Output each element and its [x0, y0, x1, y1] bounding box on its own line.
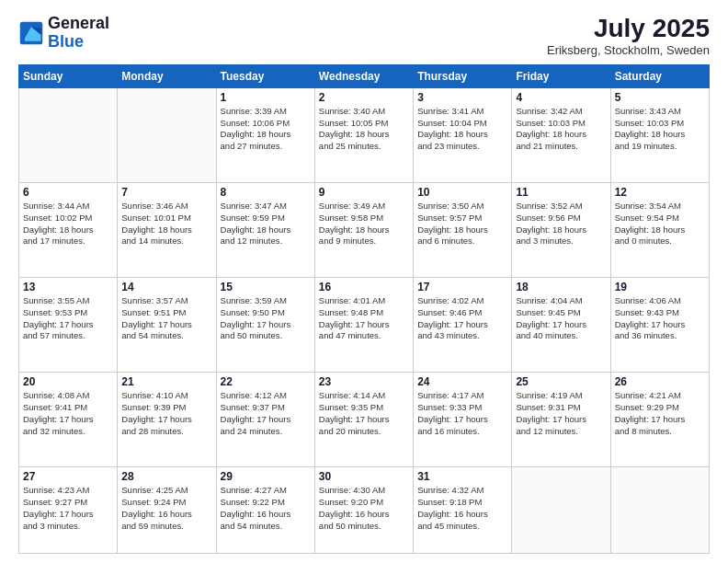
day-number: 25 — [516, 375, 606, 388]
cell-daylight-info: Sunrise: 4:08 AMSunset: 9:41 PMDaylight:… — [23, 390, 113, 437]
calendar-header-cell: Sunday — [19, 64, 118, 87]
calendar-cell: 26Sunrise: 4:21 AMSunset: 9:29 PMDayligh… — [610, 373, 709, 467]
calendar-cell — [118, 87, 216, 182]
day-number: 4 — [516, 91, 606, 104]
cell-daylight-info: Sunrise: 4:32 AMSunset: 9:18 PMDaylight:… — [417, 485, 507, 532]
day-number: 1 — [221, 91, 311, 104]
day-number: 24 — [417, 375, 507, 388]
day-number: 26 — [615, 375, 705, 388]
day-number: 2 — [319, 91, 409, 104]
day-number: 14 — [121, 281, 211, 293]
calendar-week-row: 20Sunrise: 4:08 AMSunset: 9:41 PMDayligh… — [19, 373, 710, 467]
calendar-cell — [19, 87, 118, 182]
day-number: 28 — [121, 470, 211, 483]
day-number: 6 — [23, 186, 113, 199]
header: General Blue July 2025 Eriksberg, Stockh… — [18, 15, 710, 57]
calendar-cell — [610, 467, 709, 554]
cell-daylight-info: Sunrise: 3:39 AMSunset: 10:06 PMDaylight… — [221, 106, 311, 153]
cell-daylight-info: Sunrise: 4:17 AMSunset: 9:33 PMDaylight:… — [417, 390, 507, 437]
calendar-week-row: 13Sunrise: 3:55 AMSunset: 9:53 PMDayligh… — [19, 278, 710, 373]
calendar-cell: 15Sunrise: 3:59 AMSunset: 9:50 PMDayligh… — [216, 278, 314, 373]
calendar-cell: 24Sunrise: 4:17 AMSunset: 9:33 PMDayligh… — [414, 373, 512, 467]
cell-daylight-info: Sunrise: 4:01 AMSunset: 9:48 PMDaylight:… — [319, 295, 409, 342]
calendar-week-row: 6Sunrise: 3:44 AMSunset: 10:02 PMDayligh… — [19, 182, 710, 277]
day-number: 23 — [319, 375, 409, 388]
cell-daylight-info: Sunrise: 3:44 AMSunset: 10:02 PMDaylight… — [23, 201, 113, 247]
cell-daylight-info: Sunrise: 3:43 AMSunset: 10:03 PMDaylight… — [615, 106, 705, 153]
calendar-cell: 23Sunrise: 4:14 AMSunset: 9:35 PMDayligh… — [314, 373, 413, 467]
day-number: 21 — [121, 375, 211, 388]
day-number: 15 — [221, 281, 311, 293]
day-number: 7 — [121, 186, 211, 199]
calendar-cell: 30Sunrise: 4:30 AMSunset: 9:20 PMDayligh… — [314, 467, 413, 554]
cell-daylight-info: Sunrise: 4:21 AMSunset: 9:29 PMDaylight:… — [615, 390, 705, 437]
cell-daylight-info: Sunrise: 4:19 AMSunset: 9:31 PMDaylight:… — [516, 390, 606, 437]
day-number: 30 — [319, 470, 409, 483]
logo: General Blue — [18, 15, 109, 52]
calendar-cell: 20Sunrise: 4:08 AMSunset: 9:41 PMDayligh… — [19, 373, 118, 467]
calendar-header-cell: Friday — [512, 64, 610, 87]
cell-daylight-info: Sunrise: 3:50 AMSunset: 9:57 PMDaylight:… — [417, 201, 507, 247]
cell-daylight-info: Sunrise: 4:25 AMSunset: 9:24 PMDaylight:… — [121, 485, 211, 532]
day-number: 5 — [615, 91, 705, 104]
calendar-cell: 7Sunrise: 3:46 AMSunset: 10:01 PMDayligh… — [118, 182, 216, 277]
day-number: 11 — [516, 186, 606, 199]
cell-daylight-info: Sunrise: 3:41 AMSunset: 10:04 PMDaylight… — [417, 106, 507, 153]
calendar-cell: 22Sunrise: 4:12 AMSunset: 9:37 PMDayligh… — [216, 373, 314, 467]
calendar-cell: 5Sunrise: 3:43 AMSunset: 10:03 PMDayligh… — [610, 87, 709, 182]
calendar-cell: 16Sunrise: 4:01 AMSunset: 9:48 PMDayligh… — [314, 278, 413, 373]
calendar-cell: 4Sunrise: 3:42 AMSunset: 10:03 PMDayligh… — [512, 87, 610, 182]
calendar-cell: 11Sunrise: 3:52 AMSunset: 9:56 PMDayligh… — [512, 182, 610, 277]
calendar-cell: 31Sunrise: 4:32 AMSunset: 9:18 PMDayligh… — [414, 467, 512, 554]
calendar-cell: 8Sunrise: 3:47 AMSunset: 9:59 PMDaylight… — [216, 182, 314, 277]
day-number: 20 — [23, 375, 113, 388]
cell-daylight-info: Sunrise: 4:12 AMSunset: 9:37 PMDaylight:… — [221, 390, 311, 437]
day-number: 22 — [221, 375, 311, 388]
day-number: 31 — [417, 470, 507, 483]
calendar-cell: 6Sunrise: 3:44 AMSunset: 10:02 PMDayligh… — [19, 182, 118, 277]
calendar-header-cell: Thursday — [414, 64, 512, 87]
cell-daylight-info: Sunrise: 3:52 AMSunset: 9:56 PMDaylight:… — [516, 201, 606, 247]
calendar-cell: 19Sunrise: 4:06 AMSunset: 9:43 PMDayligh… — [610, 278, 709, 373]
day-number: 9 — [319, 186, 409, 199]
cell-daylight-info: Sunrise: 4:04 AMSunset: 9:45 PMDaylight:… — [516, 295, 606, 342]
calendar-cell: 12Sunrise: 3:54 AMSunset: 9:54 PMDayligh… — [610, 182, 709, 277]
calendar-cell: 13Sunrise: 3:55 AMSunset: 9:53 PMDayligh… — [19, 278, 118, 373]
cell-daylight-info: Sunrise: 4:23 AMSunset: 9:27 PMDaylight:… — [23, 485, 113, 532]
cell-daylight-info: Sunrise: 3:57 AMSunset: 9:51 PMDaylight:… — [121, 295, 211, 342]
calendar-cell: 14Sunrise: 3:57 AMSunset: 9:51 PMDayligh… — [118, 278, 216, 373]
calendar-cell: 25Sunrise: 4:19 AMSunset: 9:31 PMDayligh… — [512, 373, 610, 467]
calendar-cell: 21Sunrise: 4:10 AMSunset: 9:39 PMDayligh… — [118, 373, 216, 467]
day-number: 13 — [23, 281, 113, 293]
calendar-header-row: SundayMondayTuesdayWednesdayThursdayFrid… — [19, 64, 710, 87]
calendar-week-row: 1Sunrise: 3:39 AMSunset: 10:06 PMDayligh… — [19, 87, 710, 182]
cell-daylight-info: Sunrise: 4:27 AMSunset: 9:22 PMDaylight:… — [221, 485, 311, 532]
cell-daylight-info: Sunrise: 4:10 AMSunset: 9:39 PMDaylight:… — [121, 390, 211, 437]
calendar-cell: 28Sunrise: 4:25 AMSunset: 9:24 PMDayligh… — [118, 467, 216, 554]
page: General Blue July 2025 Eriksberg, Stockh… — [0, 0, 728, 563]
day-number: 8 — [221, 186, 311, 199]
day-number: 3 — [417, 91, 507, 104]
cell-daylight-info: Sunrise: 3:46 AMSunset: 10:01 PMDaylight… — [121, 201, 211, 247]
day-number: 19 — [615, 281, 705, 293]
calendar-cell: 2Sunrise: 3:40 AMSunset: 10:05 PMDayligh… — [314, 87, 413, 182]
cell-daylight-info: Sunrise: 3:55 AMSunset: 9:53 PMDaylight:… — [23, 295, 113, 342]
calendar-cell: 18Sunrise: 4:04 AMSunset: 9:45 PMDayligh… — [512, 278, 610, 373]
day-number: 27 — [23, 470, 113, 483]
month-year: July 2025 — [547, 15, 710, 43]
day-number: 12 — [615, 186, 705, 199]
calendar-cell: 9Sunrise: 3:49 AMSunset: 9:58 PMDaylight… — [314, 182, 413, 277]
location: Eriksberg, Stockholm, Sweden — [547, 43, 710, 57]
calendar-week-row: 27Sunrise: 4:23 AMSunset: 9:27 PMDayligh… — [19, 467, 710, 554]
day-number: 17 — [417, 281, 507, 293]
day-number: 29 — [221, 470, 311, 483]
calendar-cell: 27Sunrise: 4:23 AMSunset: 9:27 PMDayligh… — [19, 467, 118, 554]
calendar-cell: 17Sunrise: 4:02 AMSunset: 9:46 PMDayligh… — [414, 278, 512, 373]
calendar-cell: 3Sunrise: 3:41 AMSunset: 10:04 PMDayligh… — [414, 87, 512, 182]
cell-daylight-info: Sunrise: 4:30 AMSunset: 9:20 PMDaylight:… — [319, 485, 409, 532]
cell-daylight-info: Sunrise: 3:47 AMSunset: 9:59 PMDaylight:… — [221, 201, 311, 247]
calendar-cell: 1Sunrise: 3:39 AMSunset: 10:06 PMDayligh… — [216, 87, 314, 182]
calendar-header-cell: Saturday — [610, 64, 709, 87]
calendar-cell — [512, 467, 610, 554]
cell-daylight-info: Sunrise: 3:42 AMSunset: 10:03 PMDaylight… — [516, 106, 606, 153]
